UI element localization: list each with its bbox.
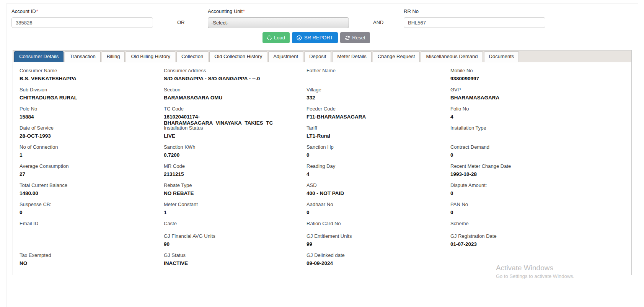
field-email-id: Email ID bbox=[20, 221, 164, 233]
field-value: 0.7200 bbox=[164, 152, 307, 158]
field-value: 1480.00 bbox=[20, 190, 164, 197]
account-id-input[interactable] bbox=[11, 17, 153, 28]
field-aadhaar-no: Aadhaar No0 bbox=[307, 201, 450, 221]
field-label: Ration Card No bbox=[307, 221, 450, 226]
field-contract-demand: Contract Demand0 bbox=[450, 144, 631, 163]
field-gj-status: GJ StatusINACTIVE bbox=[164, 252, 307, 271]
sr-report-button[interactable]: SR REPORT bbox=[292, 32, 338, 43]
field-installation-type: Installation Type bbox=[450, 125, 631, 144]
field-label: GJ Registration Date bbox=[450, 233, 631, 239]
field-tariff: TariffLT1-Rural bbox=[307, 125, 450, 144]
field-value: 0 bbox=[307, 152, 450, 158]
tab-documents[interactable]: Documents bbox=[484, 51, 519, 62]
field-reading-day: Reading Day4 bbox=[307, 163, 450, 182]
tab-consumer-details[interactable]: Consumer Details bbox=[14, 51, 64, 62]
field-label: Aadhaar No bbox=[307, 201, 450, 207]
field-label: Scheme bbox=[450, 221, 631, 226]
field-empty bbox=[20, 233, 164, 252]
field-label: MR Code bbox=[164, 163, 307, 169]
field-no-of-connection: No of Connection1 bbox=[20, 144, 164, 163]
activate-windows-watermark: Activate Windows Go to Settings to activ… bbox=[496, 264, 574, 279]
field-tax-exempted: Tax ExemptedNO bbox=[20, 252, 164, 271]
field-feeder-code: Feeder CodeF11-BHARAMASAGARA bbox=[307, 106, 450, 125]
field-value: LIVE bbox=[164, 133, 307, 139]
refresh-icon bbox=[345, 35, 350, 41]
tab-miscellaneous-demand[interactable]: Miscellaneous Demand bbox=[421, 51, 483, 62]
field-label: Tariff bbox=[307, 125, 450, 131]
field-label: Dispute Amount: bbox=[450, 182, 631, 188]
required-asterisk: * bbox=[36, 8, 38, 14]
field-label: PAN No bbox=[450, 201, 631, 207]
field-label: Contract Demand bbox=[450, 144, 631, 150]
field-label: Sanction Hp bbox=[307, 144, 450, 150]
load-button[interactable]: Load bbox=[262, 32, 290, 43]
field-mobile-no: Mobile No9380090997 bbox=[450, 68, 631, 87]
and-label: AND bbox=[373, 19, 383, 25]
tab-meter-details[interactable]: Meter Details bbox=[332, 51, 372, 62]
field-total-current-balance: Total Current Balance1480.00 bbox=[20, 182, 164, 201]
field-label: Installation Status bbox=[164, 125, 307, 131]
field-label: Father Name bbox=[307, 68, 450, 73]
field-label: Installation Type bbox=[450, 125, 631, 131]
watermark-line1: Activate Windows bbox=[496, 264, 574, 272]
tab-old-collection-history[interactable]: Old Collection History bbox=[209, 51, 267, 62]
tab-adjustment[interactable]: Adjustment bbox=[268, 51, 303, 62]
tab-billing[interactable]: Billing bbox=[102, 51, 125, 62]
field-recent-meter-change-date: Recent Meter Change Date1993-10-28 bbox=[450, 163, 631, 182]
or-label: OR bbox=[177, 19, 185, 25]
reset-button-label: Reset bbox=[352, 35, 365, 41]
tab-old-billing-history[interactable]: Old Billing History bbox=[126, 51, 175, 62]
field-consumer-name: Consumer NameB.S. VENKATESHAPPA bbox=[20, 68, 164, 87]
field-value: 400 - NOT PAID bbox=[307, 190, 450, 197]
field-label: GJ Status bbox=[164, 252, 307, 258]
field-label: Consumer Address bbox=[164, 68, 307, 73]
field-value: 09-09-2024 bbox=[307, 260, 450, 266]
field-label: Folio No bbox=[450, 106, 631, 112]
field-folio-no: Folio No4 bbox=[450, 106, 631, 125]
field-value: 01-07-2023 bbox=[450, 241, 631, 247]
reset-button[interactable]: Reset bbox=[340, 32, 370, 43]
consumer-panel: Consumer DetailsTransactionBillingOld Bi… bbox=[13, 50, 632, 275]
field-caste: Caste bbox=[164, 221, 307, 233]
field-father-name: Father Name bbox=[307, 68, 450, 87]
field-section: SectionBARAMASAGARA OMU bbox=[164, 87, 307, 106]
field-meter-constant: Meter Constant1 bbox=[164, 201, 307, 221]
field-value: 0 bbox=[450, 190, 631, 197]
field-label: Total Current Balance bbox=[20, 182, 164, 188]
field-value: INACTIVE bbox=[164, 260, 307, 266]
tab-collection[interactable]: Collection bbox=[176, 51, 208, 62]
field-value: 27 bbox=[20, 171, 164, 177]
field-mr-code: MR Code2131215 bbox=[164, 163, 307, 182]
consumer-details-grid: Consumer NameB.S. VENKATESHAPPAConsumer … bbox=[13, 62, 631, 271]
accounting-unit-label: Accounting Unit* bbox=[208, 8, 245, 14]
account-id-group: Account ID* bbox=[11, 8, 153, 28]
field-value: 2131215 bbox=[164, 171, 307, 177]
field-label: GJ Entitlement Units bbox=[307, 233, 450, 239]
field-dispute-amount: Dispute Amount:0 bbox=[450, 182, 631, 201]
field-label: Date of Service bbox=[20, 125, 164, 131]
account-id-label: Account ID* bbox=[11, 8, 38, 14]
tab-transaction[interactable]: Transaction bbox=[65, 51, 100, 62]
tab-change-request[interactable]: Change Request bbox=[373, 51, 420, 62]
field-asd: ASD400 - NOT PAID bbox=[307, 182, 450, 201]
accounting-unit-group: Accounting Unit* -Select- bbox=[208, 8, 349, 28]
field-label: TC Code bbox=[164, 106, 307, 112]
field-sub-division: Sub DivisionCHITRADURGA RURAL bbox=[20, 87, 164, 106]
field-label: Section bbox=[164, 87, 307, 93]
rr-no-input[interactable] bbox=[404, 17, 545, 28]
field-value: 1993-10-28 bbox=[450, 171, 631, 177]
field-pole-no: Pole No15884 bbox=[20, 106, 164, 125]
field-label: Pole No bbox=[20, 106, 164, 112]
field-value: NO bbox=[20, 260, 164, 266]
tab-deposit[interactable]: Deposit bbox=[304, 51, 331, 62]
field-value: 0 bbox=[450, 152, 631, 158]
field-value: B.S. VENKATESHAPPA bbox=[20, 76, 164, 82]
field-value: 9380090997 bbox=[450, 76, 631, 82]
field-label: Caste bbox=[164, 221, 307, 226]
field-label: Rebate Type bbox=[164, 182, 307, 188]
field-value: LT1-Rural bbox=[307, 133, 450, 139]
accounting-unit-select[interactable]: -Select- bbox=[208, 17, 349, 28]
arrow-down-circle-icon bbox=[297, 35, 302, 41]
field-value: 4 bbox=[450, 114, 631, 120]
field-label: Mobile No bbox=[450, 68, 631, 73]
